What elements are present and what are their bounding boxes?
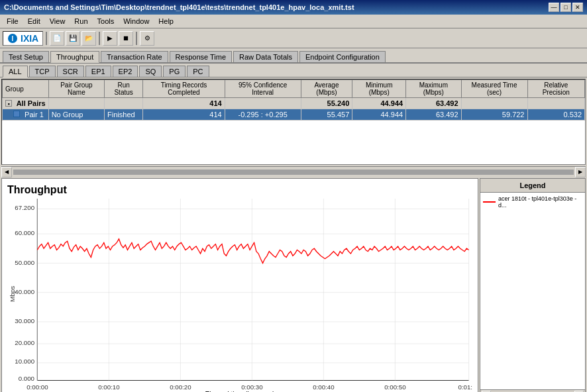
svg-text:20.000: 20.000	[15, 339, 34, 346]
menu-edit[interactable]: Edit	[24, 16, 44, 26]
svg-text:10.000: 10.000	[15, 358, 34, 365]
cell-minimum-pair: 44.944	[352, 109, 406, 121]
chart-svg: 67.200 60.000 50.000 40.000 30.000 20.00…	[7, 199, 472, 389]
col-run-status: Run Status	[105, 80, 143, 98]
title-bar: C:\Documents and Settings\Tim\Desktop\tr…	[0, 0, 587, 15]
subtab-scr[interactable]: SCR	[57, 66, 84, 77]
cell-measured-time-pair: 59.722	[461, 109, 527, 121]
toolbar-open-btn[interactable]: 📂	[81, 31, 96, 46]
tab-transaction-rate[interactable]: Transaction Rate	[101, 51, 168, 62]
tab-test-setup[interactable]: Test Setup	[3, 51, 49, 62]
table-row[interactable]: ▪ All Pairs 414 55.240 44.944 63.492	[3, 98, 585, 109]
cell-run-status-pair: Finished	[105, 109, 143, 121]
table-h-scrollbar[interactable]: ◀ ▶	[1, 166, 586, 177]
tab-response-time[interactable]: Response Time	[170, 51, 232, 62]
scroll-left-btn[interactable]: ◀	[1, 167, 12, 177]
svg-text:0.000: 0.000	[19, 374, 35, 381]
toolbar-stop-btn[interactable]: ⏹	[119, 31, 133, 46]
subtab-tcp[interactable]: TCP	[29, 66, 56, 77]
menu-bar: File Edit View Run Tools Window Help	[0, 15, 587, 28]
col-group: Group	[3, 80, 49, 98]
col-confidence: 95% Confidence Interval	[225, 80, 301, 98]
cell-confidence-pair: -0.295 : +0.295	[225, 109, 301, 121]
close-button[interactable]: ✕	[572, 3, 583, 12]
svg-text:0:00:30: 0:00:30	[241, 383, 263, 389]
cell-confidence	[225, 98, 301, 109]
cell-minimum: 44.944	[352, 98, 406, 109]
cell-records: 414	[143, 98, 225, 109]
subtab-pg[interactable]: PG	[163, 66, 186, 77]
results-table: Group Pair Group Name Run Status Timing …	[2, 79, 585, 121]
menu-view[interactable]: View	[46, 16, 70, 26]
logo: I IXIA	[3, 31, 43, 46]
toolbar-settings-btn[interactable]: ⚙	[140, 31, 154, 46]
subtab-sq[interactable]: SQ	[139, 66, 162, 77]
cell-measured-time	[461, 98, 527, 109]
col-records: Timing Records Completed	[143, 80, 225, 98]
legend-item: acer 1810t - tpl401e-tpl303e - d...	[483, 195, 582, 209]
table-row[interactable]: Pair 1 No Group Finished 414 -0.295 : +0…	[3, 109, 585, 121]
chart-title: Throughput	[7, 184, 472, 196]
col-rel-precision: Relative Precision	[527, 80, 585, 98]
svg-text:0:00:10: 0:00:10	[98, 383, 120, 389]
toolbar-new-btn[interactable]: 📄	[50, 31, 64, 46]
tab-endpoint-config[interactable]: Endpoint Configuration	[299, 51, 386, 62]
toolbar-sep-1	[46, 32, 47, 45]
col-average: Average (Mbps)	[301, 80, 352, 98]
menu-help[interactable]: Help	[154, 16, 178, 26]
subtab-all[interactable]: ALL	[3, 66, 28, 77]
svg-text:0:00:50: 0:00:50	[384, 383, 406, 389]
cell-rel-precision-pair: 0.532	[527, 109, 585, 121]
col-pair-group: Pair Group Name	[48, 80, 104, 98]
toolbar-sep-3	[136, 32, 137, 45]
menu-tools[interactable]: Tools	[93, 16, 119, 26]
svg-text:I: I	[12, 35, 14, 42]
main-tab-strip: Test Setup Throughput Transaction Rate R…	[0, 48, 587, 64]
svg-text:50.000: 50.000	[15, 259, 34, 266]
bottom-area: Throughput 67.200 60.000 50.000 40.000 3…	[1, 178, 586, 392]
cell-maximum: 63.492	[406, 98, 461, 109]
toolbar-run-btn[interactable]: ▶	[103, 31, 117, 46]
scroll-right-btn[interactable]: ▶	[575, 167, 586, 177]
subtab-ep1[interactable]: EP1	[85, 66, 111, 77]
svg-text:40.000: 40.000	[15, 288, 34, 295]
subtab-pc[interactable]: PC	[187, 66, 209, 77]
menu-window[interactable]: Window	[119, 16, 153, 26]
cell-average: 55.240	[301, 98, 352, 109]
svg-text:67.200: 67.200	[15, 203, 34, 211]
cell-group: ▪ All Pairs	[3, 98, 49, 109]
svg-text:0:00:20: 0:00:20	[170, 383, 191, 389]
svg-text:0:00:40: 0:00:40	[313, 383, 335, 389]
cell-group-pair: Pair 1	[3, 109, 49, 121]
cell-pair-group-pair: No Group	[48, 109, 104, 121]
chart-container: 67.200 60.000 50.000 40.000 30.000 20.00…	[7, 199, 472, 389]
col-maximum: Maximum (Mbps)	[406, 80, 461, 98]
svg-text:Mbps: Mbps	[9, 286, 16, 302]
svg-text:30.000: 30.000	[15, 317, 34, 324]
scroll-track[interactable]	[13, 170, 574, 175]
logo-text: IXIA	[21, 33, 38, 44]
cell-maximum-pair: 63.492	[406, 109, 461, 121]
window-title: C:\Documents and Settings\Tim\Desktop\tr…	[4, 3, 354, 11]
legend-area: Legend acer 1810t - tpl401e-tpl303e - d.…	[480, 178, 586, 392]
legend-title: Legend	[480, 179, 585, 193]
minimize-button[interactable]: —	[549, 3, 559, 12]
subtab-ep2[interactable]: EP2	[113, 66, 138, 77]
title-bar-buttons: — □ ✕	[549, 3, 583, 12]
chart-area: Throughput 67.200 60.000 50.000 40.000 3…	[1, 178, 478, 392]
svg-text:0:00:00: 0:00:00	[27, 383, 48, 389]
cell-rel-precision	[527, 98, 585, 109]
cell-run-status	[105, 98, 143, 109]
svg-text:0:01:00: 0:01:00	[458, 383, 472, 389]
tab-throughput[interactable]: Throughput	[50, 51, 99, 63]
maximize-button[interactable]: □	[560, 3, 571, 12]
legend-scrollbar[interactable]: ◀ ▶	[480, 389, 585, 392]
toolbar: I IXIA 📄 💾 📂 ▶ ⏹ ⚙	[0, 28, 587, 48]
menu-file[interactable]: File	[3, 16, 23, 26]
tab-raw-data-totals[interactable]: Raw Data Totals	[233, 51, 298, 62]
legend-item-label: acer 1810t - tpl401e-tpl303e - d...	[498, 195, 582, 209]
cell-pair-group	[48, 98, 104, 109]
col-measured-time: Measured Time (sec)	[461, 80, 527, 98]
menu-run[interactable]: Run	[70, 16, 91, 26]
toolbar-save-btn[interactable]: 💾	[66, 31, 80, 46]
